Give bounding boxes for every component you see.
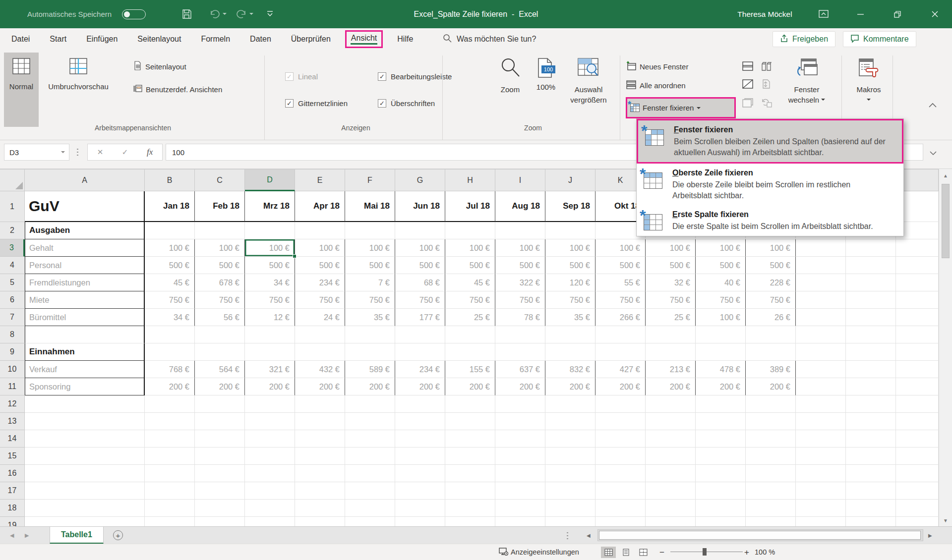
cell-I16[interactable] [495, 465, 545, 482]
col-header-F[interactable]: F [345, 169, 395, 191]
cell-empty[interactable] [896, 465, 939, 482]
zoom-100-button[interactable]: 100 100% [532, 53, 560, 127]
cell-E11[interactable]: 200 € [295, 378, 345, 395]
cell-empty[interactable] [796, 361, 846, 378]
zoom-out-button[interactable]: − [659, 544, 664, 560]
cell-D3[interactable]: 100 € [245, 239, 295, 257]
cell-I8[interactable] [495, 326, 545, 343]
cell-C11[interactable]: 200 € [195, 378, 245, 395]
cell-E8[interactable] [295, 326, 345, 343]
cell-B19[interactable] [145, 517, 195, 526]
cell-A7[interactable]: Büromittel [25, 309, 145, 326]
normal-view-button[interactable]: Normal [4, 53, 39, 127]
cell-K9[interactable] [595, 343, 646, 361]
cell-I3[interactable]: 100 € [495, 239, 545, 257]
col-header-A[interactable]: A [25, 169, 145, 191]
cell-I11[interactable]: 200 € [495, 378, 545, 395]
cell-empty[interactable] [846, 274, 896, 291]
tell-me-search[interactable]: Was möchten Sie tun? [443, 28, 536, 50]
view-side-by-side-button[interactable] [760, 59, 774, 72]
cancel-icon[interactable]: ✕ [97, 148, 104, 157]
cell-B14[interactable] [145, 430, 195, 448]
cell-E15[interactable] [295, 448, 345, 465]
cell-M11[interactable]: 200 € [696, 378, 746, 395]
cell-E1[interactable]: Apr 18 [295, 191, 345, 222]
save-icon[interactable] [181, 9, 192, 21]
cell-I5[interactable]: 322 € [495, 274, 545, 291]
cell-J1[interactable]: Sep 18 [545, 191, 595, 222]
cell-K7[interactable]: 266 € [595, 309, 646, 326]
cell-M19[interactable] [696, 517, 746, 526]
row-header-5[interactable]: 5 [0, 274, 25, 291]
cell-D4[interactable]: 500 € [245, 257, 295, 274]
cell-C12[interactable] [195, 395, 245, 413]
cell-empty[interactable] [846, 343, 896, 361]
cell-G3[interactable]: 100 € [395, 239, 445, 257]
cell-J12[interactable] [545, 395, 595, 413]
sheet-next-icon[interactable]: ▶ [25, 527, 29, 544]
cell-N9[interactable] [746, 343, 796, 361]
cell-D17[interactable] [245, 482, 295, 500]
menu-item-freeze-panes[interactable]: * Fenster fixieren Beim Scrollen bleiben… [637, 119, 903, 164]
cell-B4[interactable]: 500 € [145, 257, 195, 274]
menu-item-freeze-top-row[interactable]: * Oberste Zeile fixieren Die oberste Zei… [637, 164, 903, 205]
cell-D6[interactable]: 750 € [245, 291, 295, 309]
cell-empty[interactable] [846, 448, 896, 465]
undo-dropdown-caret[interactable] [223, 13, 227, 17]
cell-D7[interactable]: 12 € [245, 309, 295, 326]
hide-window-button[interactable] [741, 77, 755, 90]
cell-A17[interactable] [25, 482, 145, 500]
cell-H9[interactable] [445, 343, 495, 361]
cell-empty[interactable] [896, 430, 939, 448]
cell-E16[interactable] [295, 465, 345, 482]
cell-N10[interactable]: 389 € [746, 361, 796, 378]
cell-G12[interactable] [395, 395, 445, 413]
cell-empty[interactable] [896, 274, 939, 291]
cell-empty[interactable] [796, 343, 846, 361]
cell-K6[interactable]: 750 € [595, 291, 646, 309]
hscroll-left-icon[interactable]: ◀ [587, 527, 591, 544]
cell-H18[interactable] [445, 500, 495, 517]
cell-N7[interactable]: 26 € [746, 309, 796, 326]
zoom-level-label[interactable]: 100 % [755, 544, 775, 560]
cell-L16[interactable] [646, 465, 696, 482]
tab-start[interactable]: Start [49, 34, 67, 45]
gridlines-checkbox[interactable]: ✓ Gitternetzlinien [285, 99, 348, 108]
cell-D16[interactable] [245, 465, 295, 482]
cell-N3[interactable]: 100 € [746, 239, 796, 257]
cell-E10[interactable]: 432 € [295, 361, 345, 378]
cell-K4[interactable]: 500 € [595, 257, 646, 274]
redo-dropdown-caret[interactable] [249, 13, 253, 17]
cell-J14[interactable] [545, 430, 595, 448]
cell-D12[interactable] [245, 395, 295, 413]
cell-D15[interactable] [245, 448, 295, 465]
cell-empty[interactable] [796, 448, 846, 465]
new-sheet-button[interactable]: + [113, 530, 123, 540]
cell-A19[interactable] [25, 517, 145, 526]
cell-empty[interactable] [846, 500, 896, 517]
cell-J4[interactable]: 500 € [545, 257, 595, 274]
cell-E14[interactable] [295, 430, 345, 448]
cell-D18[interactable] [245, 500, 295, 517]
row-header-1[interactable]: 1 [0, 191, 25, 222]
cell-B2[interactable] [145, 222, 195, 239]
formula-bar-splitter[interactable] [77, 148, 78, 157]
cell-J19[interactable] [545, 517, 595, 526]
cell-M14[interactable] [696, 430, 746, 448]
cell-empty[interactable] [896, 413, 939, 430]
cell-L13[interactable] [646, 413, 696, 430]
cell-empty[interactable] [896, 309, 939, 326]
cell-M4[interactable]: 500 € [696, 257, 746, 274]
view-normal-button[interactable] [601, 547, 616, 558]
cell-F2[interactable] [345, 222, 395, 239]
cell-empty[interactable] [846, 326, 896, 343]
cell-C2[interactable] [195, 222, 245, 239]
cell-B16[interactable] [145, 465, 195, 482]
cell-L18[interactable] [646, 500, 696, 517]
row-header-11[interactable]: 11 [0, 378, 25, 395]
cell-A14[interactable] [25, 430, 145, 448]
cell-I4[interactable]: 500 € [495, 257, 545, 274]
col-header-D[interactable]: D [245, 169, 295, 191]
cell-J3[interactable]: 100 € [545, 239, 595, 257]
col-header-E[interactable]: E [295, 169, 345, 191]
